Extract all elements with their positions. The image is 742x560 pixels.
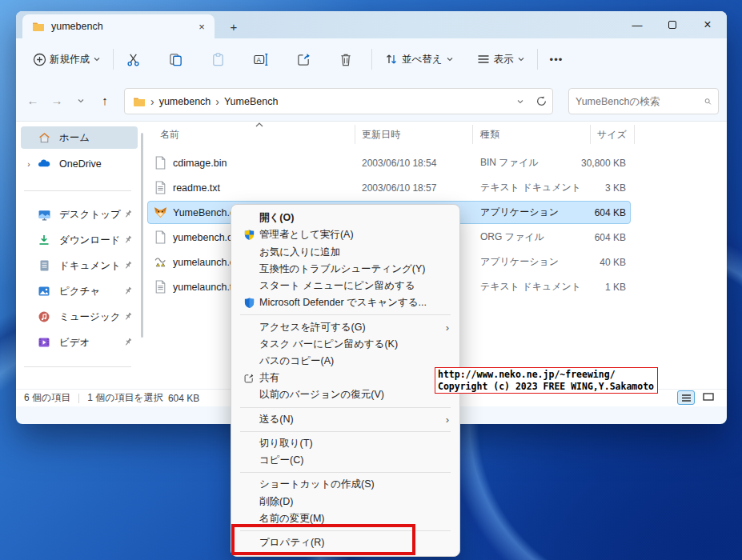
- search-icon: [704, 96, 712, 107]
- sort-label: 並べ替え: [402, 53, 443, 66]
- sidebar-item-label: ドキュメント: [59, 259, 123, 273]
- file-name: cdimage.bin: [173, 150, 227, 175]
- column-divider[interactable]: [634, 125, 635, 144]
- copy-icon: [168, 52, 183, 67]
- menu-item-share[interactable]: 共有: [235, 370, 455, 386]
- file-name: yumelaunch.e: [173, 250, 235, 274]
- context-menu: 開く(O) 管理者として実行(A) お気に入りに追加 互換性のトラブルシューティ…: [231, 204, 460, 557]
- menu-item-compatibility-troubleshoot[interactable]: 互換性のトラブルシューティング(Y): [235, 261, 455, 278]
- copy-button[interactable]: [162, 46, 189, 73]
- annotation-credit-box: http://www.neko.ne.jp/~freewing/ Copyrig…: [435, 367, 658, 394]
- maximize-button[interactable]: [655, 11, 690, 38]
- menu-separator: [240, 407, 451, 408]
- sidebar-separator: [24, 366, 131, 367]
- onedrive-cloud-icon: [37, 157, 51, 171]
- chevron-down-icon: [446, 55, 454, 63]
- pictures-icon: [37, 284, 51, 298]
- back-button[interactable]: ←: [21, 89, 45, 113]
- search-input[interactable]: [576, 96, 704, 107]
- selection-size: 604 KB: [168, 393, 199, 404]
- sort-button[interactable]: 並べ替え: [379, 46, 459, 73]
- forward-button[interactable]: →: [45, 89, 69, 113]
- annotation-copyright: Copyright (c) 2023 FREE WING,Y.Sakamoto: [438, 381, 655, 393]
- file-row-cdimage[interactable]: cdimage.bin 2003/06/10 18:54 BIN ファイル 30…: [144, 150, 727, 175]
- more-options-button[interactable]: •••: [544, 46, 569, 73]
- menu-item-add-to-favorites[interactable]: お気に入りに追加: [235, 243, 455, 260]
- tab-close-icon[interactable]: ×: [195, 20, 208, 33]
- yumebench-app-icon: [154, 206, 167, 219]
- close-button[interactable]: ×: [690, 11, 725, 38]
- breadcrumb-yumebench[interactable]: yumebench: [156, 96, 215, 107]
- address-dropdown-icon[interactable]: [516, 98, 524, 106]
- navigation-pane: ホーム › OneDrive: [16, 122, 144, 406]
- sidebar-item-onedrive[interactable]: › OneDrive: [21, 153, 138, 175]
- menu-item-run-as-admin[interactable]: 管理者として実行(A): [235, 226, 455, 243]
- icons-view-toggle[interactable]: [700, 390, 717, 405]
- details-view-toggle[interactable]: [677, 390, 695, 405]
- delete-button[interactable]: [333, 46, 359, 73]
- file-size: 604 KB: [528, 200, 626, 225]
- column-divider[interactable]: [472, 125, 473, 144]
- address-bar[interactable]: › yumebench › YumeBench: [124, 88, 553, 114]
- cut-icon: [126, 52, 141, 67]
- folder-icon: [32, 20, 45, 33]
- up-button[interactable]: ↑: [93, 89, 117, 113]
- command-bar: 新規作成: [16, 38, 727, 80]
- file-size: 604 KB: [528, 225, 626, 250]
- sidebar-item-music[interactable]: ミュージック: [21, 306, 138, 328]
- sidebar-item-downloads[interactable]: ダウンロード: [21, 229, 138, 251]
- view-button[interactable]: 表示: [471, 46, 531, 73]
- text-file-icon: [154, 181, 167, 194]
- paste-icon: [211, 52, 226, 67]
- sidebar-item-videos[interactable]: ビデオ: [21, 331, 138, 354]
- paste-button[interactable]: [205, 46, 231, 73]
- search-box[interactable]: [568, 88, 719, 114]
- menu-item-cut[interactable]: 切り取り(T): [235, 435, 455, 452]
- sidebar-scrollbar[interactable]: [141, 133, 143, 338]
- menu-item-delete[interactable]: 削除(D): [235, 493, 455, 510]
- sidebar-item-desktop[interactable]: デスクトップ: [21, 203, 138, 226]
- menu-item-pin-to-taskbar[interactable]: タスク バーにピン留めする(K): [235, 336, 455, 353]
- column-header-size[interactable]: サイズ: [597, 123, 627, 146]
- sidebar-item-home[interactable]: ホーム: [21, 126, 138, 149]
- sidebar-item-label: ダウンロード: [59, 234, 123, 247]
- menu-item-open[interactable]: 開く(O): [235, 210, 455, 226]
- menu-item-copy-path[interactable]: パスのコピー(A): [235, 353, 455, 370]
- file-name: readme.txt: [173, 175, 220, 200]
- home-icon: [37, 130, 51, 145]
- menu-item-pin-to-start[interactable]: スタート メニューにピン留めする: [235, 278, 455, 294]
- file-size: 3 KB: [528, 175, 626, 200]
- menu-item-give-access[interactable]: アクセスを許可する(G) ›: [235, 318, 455, 335]
- sidebar-item-pictures[interactable]: ピクチャ: [21, 280, 138, 302]
- column-header-name[interactable]: 名前: [160, 123, 179, 146]
- menu-item-restore-previous-versions[interactable]: 以前のバージョンの復元(V): [235, 386, 455, 403]
- tab-yumebench[interactable]: yumebench ×: [22, 14, 215, 38]
- column-header-date[interactable]: 更新日時: [362, 123, 400, 146]
- sidebar-item-documents[interactable]: ドキュメント: [21, 254, 138, 277]
- menu-item-create-shortcut[interactable]: ショートカットの作成(S): [235, 476, 455, 493]
- file-row-readme[interactable]: readme.txt 2003/06/10 18:57 テキスト ドキュメント …: [144, 175, 727, 200]
- uac-shield-icon: [239, 229, 259, 241]
- address-bar-row: ← → ↑ › yumebench › YumeBench: [16, 80, 727, 122]
- new-item-button[interactable]: 新規作成: [27, 46, 106, 73]
- file-size: 40 KB: [528, 250, 626, 274]
- expander-chevron-icon[interactable]: ›: [21, 160, 37, 169]
- refresh-icon[interactable]: [535, 95, 547, 107]
- menu-item-defender-scan[interactable]: Microsoft Defender でスキャンする...: [235, 294, 455, 311]
- rename-button[interactable]: A: [247, 46, 275, 73]
- menu-item-copy[interactable]: コピー(C): [235, 452, 455, 469]
- column-divider[interactable]: [355, 125, 355, 144]
- breadcrumb-YumeBench[interactable]: YumeBench: [221, 96, 281, 107]
- minimize-button[interactable]: —: [620, 11, 655, 38]
- downloads-icon: [37, 233, 51, 247]
- file-date: 2003/06/10 18:57: [362, 175, 436, 200]
- menu-separator: [240, 472, 451, 473]
- recent-locations-button[interactable]: [69, 89, 93, 113]
- menu-item-send-to[interactable]: 送る(N) ›: [235, 411, 455, 428]
- cut-button[interactable]: [120, 46, 146, 73]
- file-size: 30,800 KB: [528, 150, 626, 175]
- share-button[interactable]: [291, 46, 317, 73]
- column-header-type[interactable]: 種類: [480, 123, 499, 146]
- column-divider[interactable]: [590, 125, 591, 144]
- new-tab-button[interactable]: +: [226, 18, 242, 34]
